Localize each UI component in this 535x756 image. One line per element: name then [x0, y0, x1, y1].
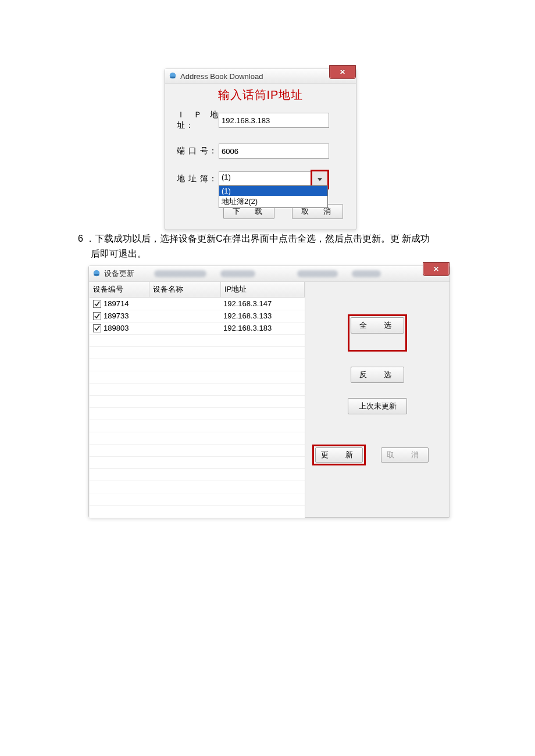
- svg-rect-1: [170, 76, 176, 78]
- chevron-down-icon: [318, 178, 322, 181]
- side-button-pane: 全 选 反 选 上次未更新 更 新 取 消: [305, 282, 450, 518]
- ip-input[interactable]: [219, 113, 329, 128]
- list-rows: 189714192.168.3.147189733192.168.3.13318…: [90, 298, 305, 518]
- select-all-highlight: 全 选: [348, 314, 407, 352]
- device-update-dialog: 设备更新 ✕ 设备编号 设备名称 IP地址 189: [88, 266, 450, 518]
- port-label: 端 口 号：: [177, 146, 219, 156]
- addressbook-value: (1): [219, 171, 318, 187]
- dialog-header-text: 输入话筒IP地址: [177, 87, 344, 103]
- device-list-pane: 设备编号 设备名称 IP地址 189714192.168.3.147189733…: [89, 282, 305, 518]
- dialog-body: 输入话筒IP地址 ＩＰ地址： 端 口 号： 地 址 簿： (1) (1): [165, 84, 356, 230]
- app-icon: [92, 269, 104, 279]
- instruction-step-6: 6 ．下载成功以后，选择设备更新C在弹出界面中点击全选，然后点击更新。更 新成功…: [78, 231, 450, 261]
- row-id: 189714: [104, 299, 129, 308]
- table-row[interactable]: 189803192.168.3.183: [90, 322, 305, 334]
- row-ip: 192.168.3.183: [220, 324, 305, 332]
- row-ip: 192.168.3.147: [220, 299, 305, 308]
- address-book-download-dialog: Address Book Download ✕ 输入话筒IP地址 ＩＰ地址： 端…: [165, 69, 356, 230]
- step-number: 6: [78, 234, 83, 243]
- row-id: 189733: [104, 311, 129, 320]
- table-row[interactable]: 189733192.168.3.133: [90, 310, 305, 322]
- step-text-line2: 后即可退出。: [91, 249, 147, 259]
- row-checkbox[interactable]: [93, 324, 101, 332]
- dialog-titlebar: 设备更新 ✕: [89, 266, 450, 282]
- dialog-titlebar: Address Book Download ✕: [165, 69, 356, 84]
- row-checkbox[interactable]: [93, 312, 101, 320]
- table-row[interactable]: 189714192.168.3.147: [90, 298, 305, 310]
- close-icon: ✕: [340, 68, 345, 76]
- addressbook-dropdown: (1) 地址簿2(2): [219, 185, 328, 208]
- svg-rect-3: [94, 274, 99, 275]
- row-ip: 192.168.3.133: [220, 311, 305, 320]
- col-header-id[interactable]: 设备编号: [90, 282, 149, 297]
- blurred-titlebar-area: [147, 266, 415, 281]
- addressbook-select[interactable]: (1) (1) 地址簿2(2): [219, 171, 327, 187]
- port-input[interactable]: [219, 144, 329, 159]
- dropdown-item-1[interactable]: (1): [219, 186, 327, 196]
- row-id: 189803: [104, 324, 129, 332]
- update-button[interactable]: 更 新: [315, 447, 363, 463]
- addressbook-label: 地 址 簿：: [177, 174, 219, 184]
- col-header-ip[interactable]: IP地址: [221, 282, 305, 297]
- close-icon: ✕: [433, 265, 439, 273]
- dropdown-item-2[interactable]: 地址簿2(2): [219, 196, 327, 207]
- row-checkbox[interactable]: [93, 300, 101, 308]
- select-all-button[interactable]: 全 选: [351, 317, 404, 334]
- ip-label: ＩＰ地址：: [177, 110, 219, 131]
- list-header: 设备编号 设备名称 IP地址: [90, 282, 305, 298]
- col-header-name[interactable]: 设备名称: [149, 282, 221, 297]
- close-button[interactable]: ✕: [329, 65, 356, 79]
- cancel-button[interactable]: 取 消: [381, 447, 429, 463]
- close-button[interactable]: ✕: [423, 262, 450, 276]
- update-highlight: 更 新: [312, 445, 366, 465]
- dialog-title: 设备更新: [104, 268, 134, 279]
- dialog-title: Address Book Download: [180, 72, 263, 81]
- step-text-line1: ．下载成功以后，选择设备更新C在弹出界面中点击全选，然后点击更新。更 新成功: [85, 234, 430, 243]
- not-updated-button[interactable]: 上次未更新: [348, 398, 407, 414]
- app-icon: [169, 71, 180, 81]
- invert-selection-button[interactable]: 反 选: [351, 367, 404, 383]
